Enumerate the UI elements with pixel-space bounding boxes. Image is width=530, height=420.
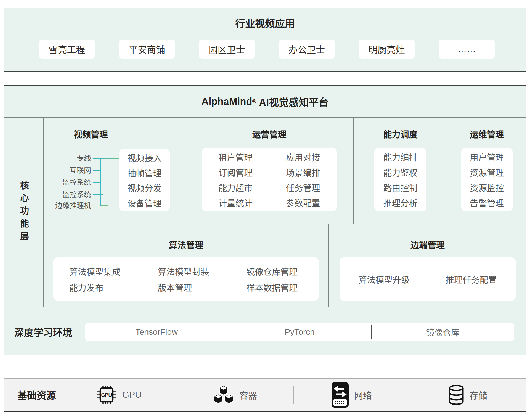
algorithm-col-1: 算法模型集成 能力发布 (53, 261, 142, 297)
algorithm-item: 样本数据管理 (246, 281, 319, 293)
infra-label-container: 容器 (239, 389, 257, 401)
dl-item-tensorflow: TensorFlow (85, 327, 228, 337)
platform-brand: AlphaMind (202, 96, 252, 107)
algorithm-management-card: 算法模型集成 能力发布 算法模型封装 版本管理 镜像仓库管理 样本数据管理 (53, 257, 319, 301)
video-feature: 设备管理 (128, 196, 162, 209)
video-source-label: 互联网 (70, 166, 91, 175)
om-item: 资源监控 (470, 181, 504, 193)
gpu-chip-icon: GPU (96, 385, 117, 405)
video-feature: 视频分发 (128, 181, 162, 194)
infra-label-gpu: GPU (122, 390, 141, 400)
capability-scheduling-title: 能力调度 (354, 129, 447, 141)
operations-item: 能力超市 (218, 181, 253, 193)
core-row-2: 算法管理 算法模型集成 能力发布 算法模型封装 版本管理 镜像仓库管理 样本数据 (44, 224, 526, 307)
video-feature: 抽帧管理 (128, 166, 162, 179)
app-chip-park-guard: 园区卫士 (199, 40, 255, 59)
operations-item: 租户管理 (218, 151, 253, 163)
platform-title: AlphaMind®AI视觉感知平台 (4, 86, 526, 118)
video-source-label: 监控系统 (62, 178, 91, 187)
base-resources-label: 基础资源 (4, 388, 61, 402)
container-icon (213, 386, 234, 404)
column-om-management: 运维管理 用户管理 资源管理 资源监控 告警管理 (447, 118, 526, 224)
algorithm-management-title: 算法管理 (44, 239, 328, 251)
dl-item-image-repo: 镜像仓库 (372, 326, 514, 338)
video-source-label: 专线 (77, 154, 91, 163)
app-chip-sharp-eyes: 雪亮工程 (39, 40, 95, 59)
column-capability-scheduling: 能力调度 能力编排 能力鉴权 路由控制 推理分析 (354, 118, 447, 224)
edge-item: 推理任务配置 (446, 273, 497, 285)
industry-apps-row: 雪亮工程 平安商铺 园区卫士 办公卫士 明厨亮灶 …… (4, 40, 526, 59)
om-management-title: 运维管理 (447, 129, 526, 141)
base-resources-panel: 基础资源 GPU GPU (4, 378, 526, 412)
app-chip-bright-kitchen: 明厨亮灶 (359, 40, 415, 59)
capability-item: 能力编排 (383, 151, 418, 163)
algorithm-col-2: 算法模型封装 版本管理 (142, 261, 230, 297)
operations-item: 订阅管理 (218, 166, 253, 178)
column-edge-management: 边端管理 算法模型升级 推理任务配置 (329, 224, 526, 307)
capability-item: 能力鉴权 (383, 166, 418, 178)
capability-item: 推理分析 (383, 196, 418, 209)
platform-panel: AlphaMind®AI视觉感知平台 核心功能层 视频管理 (4, 85, 526, 355)
column-operations-management: 运营管理 租户管理 订阅管理 能力超市 计量统计 应用对接 场景编排 任务管理 (185, 118, 354, 224)
infra-item-network: 网络 (294, 382, 410, 408)
storage-database-icon (449, 385, 464, 405)
base-resources-groups: GPU GPU 容器 (61, 379, 526, 411)
om-item: 资源管理 (470, 166, 504, 178)
infra-item-container: 容器 (177, 386, 293, 404)
edge-item: 算法模型升级 (358, 273, 410, 285)
algorithm-item: 算法模型集成 (69, 265, 142, 277)
operations-left-list: 租户管理 订阅管理 能力超市 计量统计 (202, 148, 269, 211)
core-function-body: 核心功能层 视频管理 (4, 118, 526, 307)
column-algorithm-management: 算法管理 算法模型集成 能力发布 算法模型封装 版本管理 镜像仓库管理 样本数据 (44, 224, 329, 307)
network-switch-icon (332, 382, 349, 408)
algorithm-item: 能力发布 (69, 281, 142, 293)
app-chip-ellipsis: …… (439, 40, 495, 59)
registered-mark: ® (252, 98, 256, 105)
deep-learning-band: 深度学习环境 TensorFlow PyTorch 镜像仓库 (4, 307, 526, 356)
operations-management-card: 租户管理 订阅管理 能力超市 计量统计 应用对接 场景编排 任务管理 参数配置 (202, 148, 337, 211)
dl-item-pytorch: PyTorch (228, 327, 371, 337)
infra-label-network: 网络 (354, 389, 372, 401)
om-item: 用户管理 (470, 151, 504, 163)
core-function-layer-rail: 核心功能层 (4, 118, 44, 307)
operations-item: 计量统计 (218, 196, 253, 209)
algorithm-item: 镜像仓库管理 (246, 265, 319, 277)
capability-scheduling-card: 能力编排 能力鉴权 路由控制 推理分析 (374, 148, 426, 211)
industry-apps-title: 行业视频应用 (4, 8, 526, 31)
operations-item: 任务管理 (286, 181, 320, 193)
platform-title-rest: AI视觉感知平台 (259, 94, 328, 109)
operations-right-list: 应用对接 场景编排 任务管理 参数配置 (269, 148, 337, 211)
om-management-card: 用户管理 资源管理 资源监控 告警管理 (461, 148, 513, 211)
operations-management-title: 运营管理 (185, 129, 353, 141)
video-source-label: 边缘推理机 (55, 201, 91, 210)
infra-item-gpu: GPU GPU (61, 385, 177, 405)
industry-apps-panel: 行业视频应用 雪亮工程 平安商铺 园区卫士 办公卫士 明厨亮灶 …… (4, 8, 526, 72)
operations-item: 场景编排 (286, 166, 320, 178)
column-video-management: 视频管理 专线 (44, 118, 185, 224)
om-item: 告警管理 (470, 196, 504, 209)
algorithm-item: 算法模型封装 (158, 265, 230, 277)
deep-learning-label: 深度学习环境 (14, 325, 72, 339)
deep-learning-bar: TensorFlow PyTorch 镜像仓库 (85, 323, 514, 341)
svg-text:GPU: GPU (101, 392, 112, 398)
core-function-layer-label: 核心功能层 (17, 181, 30, 244)
operations-item: 应用对接 (286, 151, 320, 163)
infra-item-storage: 存储 (410, 385, 526, 405)
core-function-columns: 视频管理 专线 (44, 118, 526, 307)
edge-management-title: 边端管理 (329, 239, 526, 251)
video-management-card: 视频接入 抽帧管理 视频分发 设备管理 (119, 149, 170, 211)
infra-label-storage: 存储 (470, 389, 487, 401)
core-row-1: 视频管理 专线 (44, 118, 526, 224)
app-chip-office-guard: 办公卫士 (279, 40, 335, 59)
video-source-label: 监控系统 (62, 190, 91, 199)
edge-management-card: 算法模型升级 推理任务配置 (340, 257, 516, 301)
algorithm-item: 版本管理 (158, 281, 230, 293)
operations-item: 参数配置 (286, 196, 320, 209)
capability-item: 路由控制 (383, 181, 418, 193)
algorithm-col-3: 镜像仓库管理 样本数据管理 (230, 261, 319, 297)
video-feature: 视频接入 (128, 151, 162, 164)
app-chip-safe-shop: 平安商铺 (119, 40, 175, 59)
